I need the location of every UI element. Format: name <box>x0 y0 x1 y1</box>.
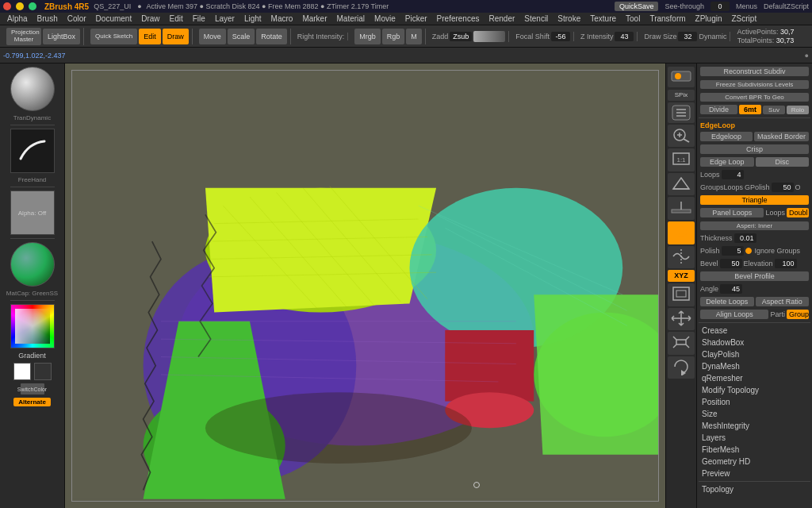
fibermesh-button[interactable]: FiberMesh <box>699 444 810 456</box>
color-picker[interactable] <box>10 304 55 348</box>
convert-bpr-button[interactable]: Convert BPR To Geo <box>700 93 809 102</box>
menu-marker[interactable]: Marker <box>298 13 331 24</box>
layers-button[interactable]: Layers <box>699 432 810 444</box>
rolo-button[interactable]: Rolo <box>787 106 809 114</box>
triangle-button[interactable]: Triangle <box>700 195 809 205</box>
zsub-value[interactable]: Zsub <box>450 32 472 41</box>
topology-button[interactable]: Topology <box>699 483 810 495</box>
claypolish-button[interactable]: ClayPolish <box>699 348 810 360</box>
seethrough-value[interactable]: 0 <box>710 2 730 11</box>
menu-render[interactable]: Render <box>485 13 519 24</box>
mrgb-button[interactable]: Mrgb <box>354 29 381 44</box>
align-loops-button[interactable]: Align Loops <box>700 310 768 319</box>
menus-label[interactable]: Menus <box>736 2 757 10</box>
xyz-button[interactable]: XYZ <box>668 270 695 282</box>
quicksave-button[interactable]: QuickSave <box>615 2 659 11</box>
menu-movie[interactable]: Movie <box>370 13 400 24</box>
delete-loops-button[interactable]: Delete Loops <box>700 297 754 306</box>
frame-button[interactable] <box>668 283 695 306</box>
minimize-dot[interactable] <box>16 2 24 10</box>
aspect-inner-button[interactable]: Asperi: Inner <box>700 221 809 230</box>
shadowbox-button[interactable]: ShadowBox <box>699 337 810 348</box>
menu-stroke[interactable]: Stroke <box>553 13 584 24</box>
thickness-value[interactable]: 0.01 <box>734 233 756 243</box>
menu-picker[interactable]: Picker <box>401 13 431 24</box>
menu-stencil[interactable]: Stencil <box>520 13 552 24</box>
radio-ignore-groups[interactable] <box>745 248 752 254</box>
default-script-label[interactable]: DefaultZScript <box>764 2 809 10</box>
edgeloop-button[interactable]: Edgeloop <box>700 132 753 141</box>
polish-value[interactable]: 5 <box>722 246 744 256</box>
menu-preferences[interactable]: Preferences <box>433 13 484 24</box>
crease-button[interactable]: Crease <box>699 325 810 337</box>
angle-value[interactable]: 45 <box>720 284 742 294</box>
menu-tool[interactable]: Tool <box>622 13 644 24</box>
menu-alpha[interactable]: Alpha <box>3 13 32 24</box>
menu-transform[interactable]: Transform <box>645 13 689 24</box>
m-button[interactable]: M <box>406 29 422 44</box>
preview-button[interactable]: Preview <box>699 468 810 479</box>
lightbox-button[interactable]: LightBox <box>43 29 80 44</box>
menu-layer[interactable]: Layer <box>211 13 239 24</box>
zoom-button[interactable] <box>668 125 695 148</box>
dynamesh-button[interactable]: DynaMesh <box>699 360 810 372</box>
bpr-button[interactable] <box>668 67 695 87</box>
modify-topology-button[interactable]: Modify Topology <box>699 384 810 396</box>
menu-color[interactable]: Color <box>63 13 90 24</box>
intensity-slider[interactable] <box>473 31 505 42</box>
qremesher-button[interactable]: qRemesher <box>699 372 810 384</box>
focal-shift-value[interactable]: -56 <box>551 32 570 41</box>
floor-button[interactable] <box>668 197 695 220</box>
elevation-value[interactable]: 100 <box>775 259 797 268</box>
projection-master-button[interactable]: Projection Master <box>6 28 41 45</box>
menu-draw[interactable]: Draw <box>137 13 163 24</box>
panel-loops-button[interactable]: Panel Loops <box>700 208 764 217</box>
brush-preview[interactable] <box>10 129 55 173</box>
loops-value[interactable]: 4 <box>722 170 744 179</box>
bevel-profile-button[interactable]: Bevel Profile <box>700 271 809 281</box>
position-button[interactable]: Position <box>699 396 810 408</box>
move-tool-button[interactable] <box>668 308 695 331</box>
alternate-button[interactable]: Alternate <box>13 398 51 406</box>
gpolish-value[interactable]: 50 <box>772 183 794 192</box>
background-color-swatch[interactable] <box>34 363 52 380</box>
draw-button[interactable]: Draw <box>163 29 189 44</box>
spix-button[interactable]: SPix <box>668 90 695 101</box>
crisp-button[interactable]: Crisp <box>700 144 809 154</box>
close-dot[interactable] <box>3 2 11 10</box>
freeze-subdiv-button[interactable]: Freeze Subdivisions Levels <box>700 80 809 89</box>
material-sphere[interactable] <box>10 67 55 111</box>
divide-val1[interactable]: 6mt <box>739 105 761 114</box>
edit-button[interactable]: Edit <box>139 29 161 44</box>
size-button[interactable]: Size <box>699 408 810 420</box>
edge-loop-button[interactable]: Edge Loop <box>700 157 754 167</box>
dynamic-label[interactable]: Dynamic <box>699 33 726 40</box>
menu-material[interactable]: Material <box>333 13 370 24</box>
lsym-button[interactable] <box>668 246 695 269</box>
divide-button[interactable]: Divide <box>700 105 737 114</box>
aspect-ratio-button[interactable]: Aspect Ratio <box>756 297 810 306</box>
menu-light[interactable]: Light <box>240 13 266 24</box>
quick-sketch-button[interactable]: Quick Sketch <box>90 29 137 44</box>
canvas-area[interactable] <box>65 64 665 508</box>
scale-tool-button[interactable] <box>668 332 695 355</box>
reconstruct-subdiv-button[interactable]: Reconstruct Subdiv <box>700 67 809 76</box>
actual-button[interactable]: 1:1 <box>668 148 695 171</box>
foreground-color-swatch[interactable] <box>13 363 31 380</box>
bevel-value[interactable]: 50 <box>720 259 742 268</box>
rgb-button[interactable]: Rgb <box>382 29 405 44</box>
meshintegrity-button[interactable]: MeshIntegrity <box>699 420 810 432</box>
maximize-dot[interactable] <box>29 2 36 10</box>
group-button[interactable]: Group <box>787 310 809 319</box>
z-intensity-value[interactable]: 43 <box>615 32 634 41</box>
disc-button[interactable]: Disc <box>756 157 810 167</box>
matcap-sphere[interactable] <box>10 242 55 287</box>
scale-button[interactable]: Scale <box>228 29 255 44</box>
move-button[interactable]: Move <box>199 29 226 44</box>
rotate-button[interactable]: Rotate <box>256 29 287 44</box>
menu-zplugin[interactable]: ZPlugin <box>691 13 726 24</box>
switchcolor-button[interactable]: SwitchColor <box>21 383 44 394</box>
alpha-preview[interactable]: Alpha: Off <box>10 190 55 235</box>
menu-zscript[interactable]: ZScript <box>728 13 761 24</box>
scroll-button[interactable] <box>668 102 695 123</box>
